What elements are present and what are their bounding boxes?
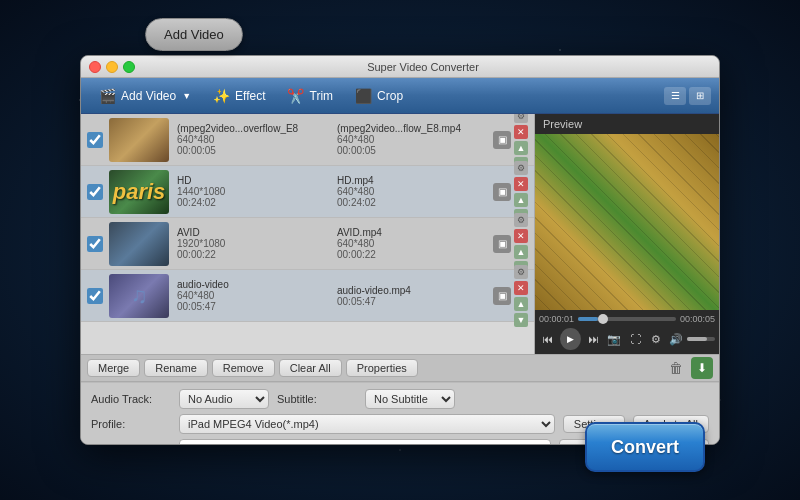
- file-name-3: AVID: [177, 227, 329, 238]
- preview-area: Preview 00:00:01 00:00:05 ⏮ ▶ ⏭ 📷: [534, 114, 719, 354]
- playback-controls: ⏮ ▶ ⏭ 📷 ⛶ ⚙ 🔊: [539, 328, 715, 350]
- volume-fill: [687, 337, 707, 341]
- up-icon-4[interactable]: ▲: [514, 297, 528, 311]
- tablet-icon-3[interactable]: ▣: [493, 235, 511, 253]
- down-icon-4[interactable]: ▼: [514, 313, 528, 327]
- merge-button[interactable]: Merge: [87, 359, 140, 377]
- window-title: Super Video Converter: [135, 61, 711, 73]
- file-dims-2: 1440*1080: [177, 186, 329, 197]
- destination-input[interactable]: [179, 439, 551, 445]
- paris-overlay: paris: [113, 179, 166, 205]
- progress-bar[interactable]: [578, 317, 676, 321]
- add-video-button[interactable]: 🎬 Add Video ▼: [89, 85, 199, 107]
- file-output-1: (mpeg2video...flow_E8.mp4 640*480 00:00:…: [337, 123, 489, 156]
- volume-bar[interactable]: [687, 337, 715, 341]
- up-icon-3[interactable]: ▲: [514, 245, 528, 259]
- file-output-2: HD.mp4 640*480 00:24:02: [337, 175, 489, 208]
- delete-icon-3[interactable]: ✕: [514, 229, 528, 243]
- table-row[interactable]: ♫ audio-video 640*480 00:05:47 audio-vid…: [81, 270, 534, 322]
- effect-button[interactable]: ✨ Effect: [203, 85, 273, 107]
- delete-icon-1[interactable]: ✕: [514, 125, 528, 139]
- file-duration-2: 00:24:02: [177, 197, 329, 208]
- film-icon: 🎬: [97, 88, 117, 104]
- output-dims-1: 640*480: [337, 134, 489, 145]
- up-icon-2[interactable]: ▲: [514, 193, 528, 207]
- audio-track-select[interactable]: No Audio: [179, 389, 269, 409]
- output-duration-4: 00:05:47: [337, 296, 489, 307]
- profile-select[interactable]: iPad MPEG4 Video(*.mp4): [179, 414, 555, 434]
- subtitle-select[interactable]: No Subtitle: [365, 389, 455, 409]
- rename-button[interactable]: Rename: [144, 359, 208, 377]
- file-output-4: audio-video.mp4 00:05:47: [337, 285, 489, 307]
- maximize-button[interactable]: [123, 61, 135, 73]
- output-name-4: audio-video.mp4: [337, 285, 489, 296]
- file-output-3: AVID.mp4 640*480 00:00:22: [337, 227, 489, 260]
- audio-row: Audio Track: No Audio Subtitle: No Subti…: [91, 389, 709, 409]
- tablet-icon-1[interactable]: ▣: [493, 131, 511, 149]
- crop-button[interactable]: ⬛ Crop: [345, 85, 411, 107]
- file-info-2: HD 1440*1080 00:24:02: [177, 175, 329, 208]
- file-thumbnail-2: paris: [109, 170, 169, 214]
- preview-controls: 00:00:01 00:00:05 ⏮ ▶ ⏭ 📷 ⛶ ⚙ 🔊: [535, 310, 719, 354]
- trash-icon[interactable]: 🗑: [665, 357, 687, 379]
- file-duration-1: 00:00:05: [177, 145, 329, 156]
- settings-icon-1[interactable]: ⚙: [514, 114, 528, 123]
- fullscreen-button[interactable]: ⛶: [627, 330, 644, 348]
- scissors-icon: ✂️: [286, 88, 306, 104]
- table-row[interactable]: (mpeg2video...overflow_E8 640*480 00:00:…: [81, 114, 534, 166]
- bottom-toolbar: Merge Rename Remove Clear All Properties…: [81, 354, 719, 382]
- progress-fill: [578, 317, 598, 321]
- file-dims-3: 1920*1080: [177, 238, 329, 249]
- tablet-icon-2[interactable]: ▣: [493, 183, 511, 201]
- tablet-icon-4[interactable]: ▣: [493, 287, 511, 305]
- table-row[interactable]: AVID 1920*1080 00:00:22 AVID.mp4 640*480…: [81, 218, 534, 270]
- clear-all-button[interactable]: Clear All: [279, 359, 342, 377]
- close-button[interactable]: [89, 61, 101, 73]
- file-checkbox-3[interactable]: [87, 236, 103, 252]
- rewind-button[interactable]: ⏮: [539, 330, 556, 348]
- file-thumbnail-1: [109, 118, 169, 162]
- output-duration-3: 00:00:22: [337, 249, 489, 260]
- file-list: (mpeg2video...overflow_E8 640*480 00:00:…: [81, 114, 534, 354]
- traffic-lights: [89, 61, 135, 73]
- delete-icon-2[interactable]: ✕: [514, 177, 528, 191]
- fast-forward-button[interactable]: ⏭: [585, 330, 602, 348]
- convert-button[interactable]: Convert: [585, 422, 705, 472]
- properties-button[interactable]: Properties: [346, 359, 418, 377]
- preview-progress: 00:00:01 00:00:05: [539, 314, 715, 324]
- profile-label: Profile:: [91, 418, 171, 430]
- minimize-button[interactable]: [106, 61, 118, 73]
- settings-icon-4[interactable]: ⚙: [514, 265, 528, 279]
- settings-icon-3[interactable]: ⚙: [514, 213, 528, 227]
- file-duration-3: 00:00:22: [177, 249, 329, 260]
- remove-button[interactable]: Remove: [212, 359, 275, 377]
- output-dims-3: 640*480: [337, 238, 489, 249]
- download-icon[interactable]: ⬇: [691, 357, 713, 379]
- file-duration-4: 00:05:47: [177, 301, 329, 312]
- file-info-4: audio-video 640*480 00:05:47: [177, 279, 329, 312]
- delete-icon-4[interactable]: ✕: [514, 281, 528, 295]
- play-button[interactable]: ▶: [560, 328, 581, 350]
- file-checkbox-2[interactable]: [87, 184, 103, 200]
- output-name-2: HD.mp4: [337, 175, 489, 186]
- title-bar: Super Video Converter: [81, 56, 719, 78]
- sparkle-icon: ✨: [211, 88, 231, 104]
- file-name-1: (mpeg2video...overflow_E8: [177, 123, 329, 134]
- list-view-button[interactable]: ☰: [664, 87, 686, 105]
- grid-view-button[interactable]: ⊞: [689, 87, 711, 105]
- add-video-bubble[interactable]: Add Video: [145, 18, 243, 51]
- trim-button[interactable]: ✂️ Trim: [278, 85, 342, 107]
- screenshot-button[interactable]: 📷: [606, 330, 623, 348]
- destination-label: Destination:: [91, 442, 171, 445]
- file-checkbox-4[interactable]: [87, 288, 103, 304]
- settings-button[interactable]: ⚙: [648, 330, 665, 348]
- file-name-4: audio-video: [177, 279, 329, 290]
- settings-icon-2[interactable]: ⚙: [514, 161, 528, 175]
- content-area: (mpeg2video...overflow_E8 640*480 00:00:…: [81, 114, 719, 354]
- file-checkbox-1[interactable]: [87, 132, 103, 148]
- up-icon-1[interactable]: ▲: [514, 141, 528, 155]
- file-dims-4: 640*480: [177, 290, 329, 301]
- table-row[interactable]: paris HD 1440*1080 00:24:02 HD.mp4 640*4…: [81, 166, 534, 218]
- preview-visual: [535, 134, 719, 310]
- file-name-2: HD: [177, 175, 329, 186]
